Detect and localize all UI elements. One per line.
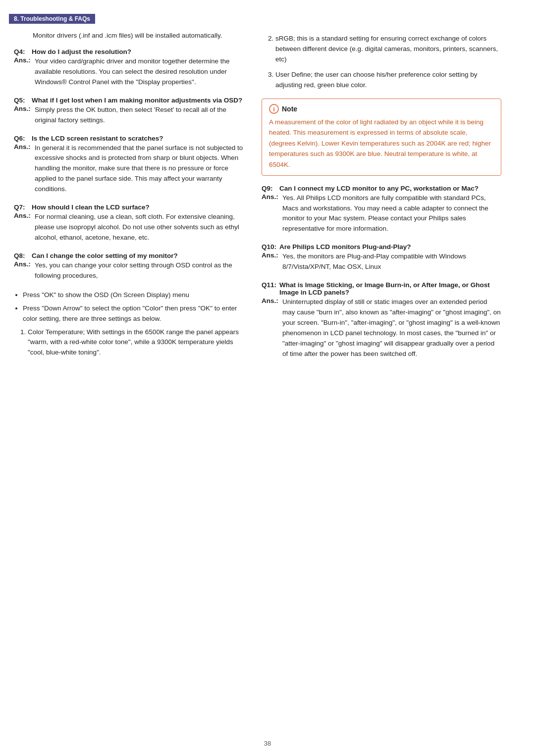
qa-block-q10: Q10: Are Philips LCD monitors Plug-and-P… (262, 243, 501, 272)
q11-ans-text: Uninterrupted display of still or static… (282, 297, 501, 359)
page: 8. Troubleshooting & FAQs Monitor driver… (0, 0, 535, 756)
q4-ans-label: Ans.: (14, 56, 33, 64)
numbered-item-1: Color Temperature; With settings in the … (28, 327, 244, 358)
svg-text:i: i (273, 105, 275, 113)
q10-ans-label: Ans.: (262, 252, 280, 259)
bullet-list: Press "OK" to show the OSD (On Screen Di… (23, 290, 244, 324)
q5-answer: Ans.: Simply press the OK button, then s… (14, 105, 244, 126)
q8-ans-text: Yes, you can change your color setting t… (35, 260, 244, 281)
section-header: 8. Troubleshooting & FAQs (9, 14, 95, 24)
q8-text: Can I change the color setting of my mon… (32, 252, 178, 259)
qa-block-q5: Q5: What if I get lost when I am making … (14, 97, 244, 126)
qa-block-q7: Q7: How should I clean the LCD surface? … (14, 203, 244, 243)
q7-ans-label: Ans.: (14, 212, 33, 219)
q8-num: Q8: (14, 252, 30, 259)
q9-num: Q9: (262, 185, 277, 192)
q6-num: Q6: (14, 135, 30, 142)
numbered-item-2: sRGB; this is a standard setting for ens… (275, 34, 501, 65)
q11-label: Q11: What is Image Sticking, or Image Bu… (262, 281, 501, 296)
q5-ans-label: Ans.: (14, 105, 33, 112)
bullet-item-2: Press "Down Arrow" to select the option … (23, 303, 244, 324)
q4-answer: Ans.: Your video card/graphic driver and… (14, 56, 244, 88)
q10-ans-text: Yes, the monitors are Plug-and-Play comp… (282, 252, 501, 272)
q9-answer: Ans.: Yes. All Philips LCD monitors are … (262, 193, 501, 235)
bullet-item-1: Press "OK" to show the OSD (On Screen Di… (23, 290, 244, 301)
q4-text: How do I adjust the resolution? (32, 48, 131, 55)
note-text: A measurement of the color of light radi… (269, 117, 494, 170)
q8-ans-label: Ans.: (14, 260, 33, 268)
q9-label: Q9: Can I connect my LCD monitor to any … (262, 185, 501, 192)
numbered-list-right: sRGB; this is a standard setting for ens… (275, 34, 501, 91)
q10-label: Q10: Are Philips LCD monitors Plug-and-P… (262, 243, 501, 251)
qa-block-q8: Q8: Can I change the color setting of my… (14, 252, 244, 281)
q8-label: Q8: Can I change the color setting of my… (14, 252, 244, 259)
q11-text: What is Image Sticking, or Image Burn-in… (279, 281, 501, 296)
intro-text: Monitor drivers (.inf and .icm files) wi… (33, 31, 244, 41)
q6-text: Is the LCD screen resistant to scratches… (32, 135, 163, 142)
q4-ans-text: Your video card/graphic driver and monit… (35, 56, 244, 88)
note-box: i Note A measurement of the color of lig… (262, 99, 501, 176)
q9-text: Can I connect my LCD monitor to any PC, … (279, 185, 479, 192)
note-title: i Note (269, 104, 494, 114)
q7-label: Q7: How should I clean the LCD surface? (14, 203, 244, 211)
q9-ans-text: Yes. All Philips LCD monitors are fully … (282, 193, 501, 235)
numbered-item-3: User Define; the user can choose his/her… (275, 70, 501, 91)
qa-block-q11: Q11: What is Image Sticking, or Image Bu… (262, 281, 501, 359)
page-number: 38 (264, 740, 271, 747)
q10-answer: Ans.: Yes, the monitors are Plug-and-Pla… (262, 252, 501, 272)
qa-block-q9: Q9: Can I connect my LCD monitor to any … (262, 185, 501, 235)
q9-ans-label: Ans.: (262, 193, 280, 201)
q11-answer: Ans.: Uninterrupted display of still or … (262, 297, 501, 359)
q7-ans-text: For normal cleaning, use a clean, soft c… (35, 212, 244, 243)
q5-num: Q5: (14, 97, 30, 104)
q5-label: Q5: What if I get lost when I am making … (14, 97, 244, 104)
q7-text: How should I clean the LCD surface? (32, 203, 150, 211)
q6-ans-text: In general it is recommended that the pa… (35, 143, 244, 195)
q10-text: Are Philips LCD monitors Plug-and-Play? (279, 243, 411, 251)
note-icon: i (269, 104, 279, 114)
qa-block-q6: Q6: Is the LCD screen resistant to scrat… (14, 135, 244, 195)
q11-ans-label: Ans.: (262, 297, 280, 304)
right-column: sRGB; this is a standard setting for ens… (253, 31, 515, 368)
q6-ans-label: Ans.: (14, 143, 33, 151)
note-label: Note (282, 105, 297, 113)
q6-answer: Ans.: In general it is recommended that … (14, 143, 244, 195)
q5-ans-text: Simply press the OK button, then select … (35, 105, 244, 126)
q4-label: Q4: How do I adjust the resolution? (14, 48, 244, 55)
q7-num: Q7: (14, 203, 30, 211)
q5-text: What if I get lost when I am making moni… (32, 97, 242, 104)
left-column: Monitor drivers (.inf and .icm files) wi… (0, 31, 253, 368)
q6-label: Q6: Is the LCD screen resistant to scrat… (14, 135, 244, 142)
q10-num: Q10: (262, 243, 277, 251)
q4-num: Q4: (14, 48, 30, 55)
q7-answer: Ans.: For normal cleaning, use a clean, … (14, 212, 244, 243)
q8-answer: Ans.: Yes, you can change your color set… (14, 260, 244, 281)
q11-num: Q11: (262, 281, 277, 289)
qa-block-q4: Q4: How do I adjust the resolution? Ans.… (14, 48, 244, 88)
numbered-list-left: Color Temperature; With settings in the … (28, 327, 244, 358)
